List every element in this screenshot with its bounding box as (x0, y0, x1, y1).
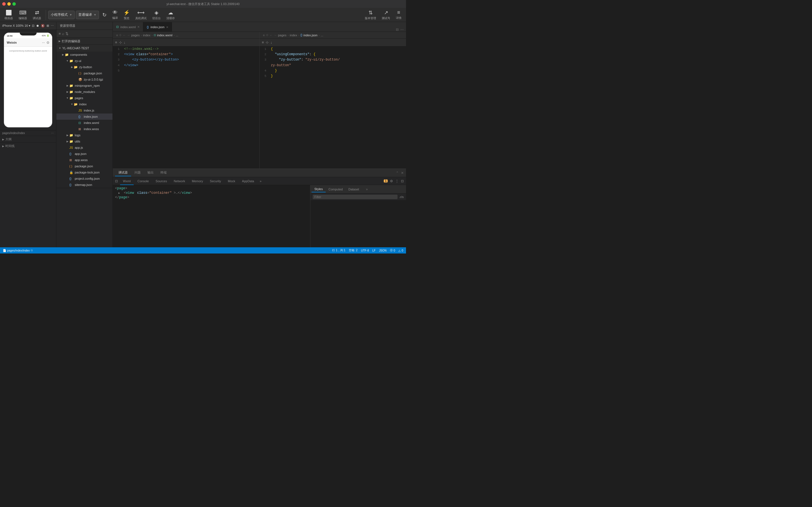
json-bc-index[interactable]: index (290, 34, 297, 37)
list-view-icon[interactable]: ≡ (59, 32, 61, 36)
debugger-tab[interactable]: 调试器 (115, 169, 131, 176)
inner-settings-icon[interactable]: ⚙ (390, 179, 393, 183)
issues-tab[interactable]: 问题 (131, 169, 144, 176)
debugger-button[interactable]: ⇄ 调试器 (31, 8, 43, 21)
detail-button[interactable]: ≡ 详情 (394, 8, 404, 21)
json-bc-toggle-icon[interactable]: ≡ (263, 34, 265, 37)
timeline-label[interactable]: 时间线 (5, 144, 15, 148)
clear-cache-button[interactable]: ☁ 清缓存 (164, 8, 177, 21)
simulator-record-icon[interactable]: ⏺ (36, 24, 39, 27)
inner-expand-icon[interactable]: ⊡ (401, 179, 404, 183)
tree-item-zy-ui[interactable]: ▼ 📁 zy-ui (56, 58, 112, 64)
inner-console-tab[interactable]: Console (135, 177, 152, 185)
version-button[interactable]: ⇅ 版本管理 (363, 8, 378, 21)
json-tab[interactable]: {} index.json ✕ (143, 22, 172, 32)
json-code-area[interactable]: 1 { 2 "usingComponents": { 3 "zy-button"… (260, 47, 406, 168)
status-line-ending[interactable]: LF (372, 249, 376, 252)
json-bc-forward-icon[interactable]: → (274, 34, 277, 37)
outline-toggle-icon[interactable]: ≡ (115, 40, 117, 45)
cut-after-button[interactable]: ◈ 切后台 (150, 8, 163, 21)
breadcrumb-back-icon[interactable]: ← (123, 34, 126, 37)
tree-item-pkg-zy-ui[interactable]: { } package.json (56, 70, 112, 76)
tree-item-index-wxss[interactable]: ⊠ index.wxss (56, 126, 112, 132)
wxml-tab-close[interactable]: ✕ (137, 25, 140, 29)
outline-arrow[interactable]: ▶ (2, 138, 4, 141)
refresh-button[interactable]: ↻ (100, 11, 109, 19)
inner-appdata-tab[interactable]: AppData (239, 177, 257, 185)
tree-item-tgz[interactable]: 📦 zy-ui-1.0.0.tgz (56, 76, 112, 82)
styles-more-tab[interactable]: » (363, 186, 371, 192)
preview-button[interactable]: ⚡ 预览 (121, 8, 132, 21)
wxml-bc-more[interactable]: ... (175, 34, 178, 37)
real-debug-button[interactable]: ⟷ 真机调试 (133, 8, 149, 21)
mode-dropdown[interactable]: 小程序模式 ▼ (48, 11, 75, 19)
maximize-button[interactable] (12, 2, 16, 6)
translate-button[interactable]: 👁 编译 (110, 8, 120, 21)
status-copy-icon[interactable]: ⧉ (31, 249, 33, 252)
test-button[interactable]: ↗ 测试号 (379, 8, 393, 21)
breadcrumb-bookmark-icon[interactable]: ⊹ (119, 33, 121, 37)
status-encoding[interactable]: UTF-8 (361, 249, 369, 252)
cls-label[interactable]: .cls (399, 195, 404, 199)
json-bc-more[interactable]: ... (320, 34, 323, 37)
filter-input[interactable] (313, 194, 398, 199)
more-options-icon[interactable]: ⋯ (51, 131, 54, 135)
tree-item-pkg-root[interactable]: { } package.json (56, 163, 112, 169)
tree-item-zy-button[interactable]: ▶ 📂 zy-button (56, 64, 112, 70)
goto-line-icon[interactable]: ⊹ (119, 40, 122, 45)
panel-expand-icon[interactable]: ⌃ (396, 171, 399, 175)
wxml-bc-pages[interactable]: pages (131, 34, 140, 37)
computed-tab[interactable]: Computed (326, 186, 346, 192)
inner-more-icon[interactable]: ⋮ (395, 179, 399, 183)
panel-close-icon[interactable]: ✕ (401, 171, 404, 175)
inner-network-tab[interactable]: Network (171, 177, 188, 185)
breadcrumb-toggle-icon[interactable]: ≡ (116, 34, 118, 37)
json-bc-pages[interactable]: pages (278, 34, 287, 37)
tree-item-components[interactable]: ▶ 📁 components (56, 52, 112, 58)
tree-item-index-wxml[interactable]: ⊡ index.wxml (56, 120, 112, 126)
wxml-bc-file[interactable]: index.wxml (157, 34, 172, 37)
wxml-line-view[interactable]: ▶ <view class="container" >…</view> (114, 191, 309, 195)
sort-icon[interactable]: ⇅ (65, 32, 68, 36)
outline-label[interactable]: 大纲 (5, 137, 11, 142)
tree-item-app-js[interactable]: JS app.js (56, 145, 112, 151)
timeline-arrow[interactable]: ▶ (2, 145, 4, 148)
split-editor-icon[interactable]: ⊟ (396, 27, 399, 32)
inner-wxml-tab[interactable]: Wxml (120, 177, 134, 185)
sort-down-icon[interactable]: ↓ (124, 40, 126, 45)
tree-item-node-modules[interactable]: ▶ 📁 node_modules (56, 89, 112, 95)
status-spaces[interactable]: 空格: 2 (349, 248, 357, 252)
inner-security-tab[interactable]: Security (207, 177, 224, 185)
simulator-toggle-icon[interactable]: ⊡ (32, 24, 35, 27)
status-warnings[interactable]: △ 0 (398, 249, 403, 252)
status-row-col[interactable]: 行 1，列 1 (332, 248, 345, 252)
inner-mock-tab[interactable]: Mock (225, 177, 238, 185)
wxml-code-area[interactable]: 1 <!--index.wxml--> 2 <view class="conta… (113, 47, 259, 168)
tree-item-logs[interactable]: ▶ 📁 logs (56, 132, 112, 138)
json-bc-file[interactable]: index.json (303, 34, 317, 37)
project-header[interactable]: ▼ YL-WECHAT-TEST (56, 45, 112, 52)
tree-item-app-json[interactable]: {} app.json (56, 151, 112, 157)
json-bookmark-icon[interactable]: ⊹ (266, 40, 269, 45)
status-path[interactable]: 📄 pages/index/index ⧉ (3, 249, 33, 252)
tree-item-pages[interactable]: ▼ 📁 pages (56, 95, 112, 101)
tree-item-index-json[interactable]: {} index.json (56, 114, 112, 120)
inner-more-tab[interactable]: » (258, 177, 263, 185)
minimize-button[interactable] (7, 2, 11, 6)
simulator-button[interactable]: ⬜ 模拟器 (2, 8, 15, 21)
breadcrumb-forward-icon[interactable]: → (127, 34, 130, 37)
tree-item-pkg-lock[interactable]: 🔒 package-lock.json (56, 169, 112, 175)
simulator-more-icon[interactable]: ⋯ (51, 24, 54, 27)
json-bc-back-icon[interactable]: ← (269, 34, 273, 37)
wxml-line-page[interactable]: <page> (114, 186, 309, 191)
compile-dropdown[interactable]: 普通编译 ▼ (76, 11, 99, 19)
tree-item-index-folder[interactable]: ▼ 📂 index (56, 101, 112, 107)
open-editors-header[interactable]: ▶ 打开的编辑器 (56, 38, 112, 45)
styles-tab[interactable]: Styles (312, 186, 326, 192)
tree-item-sitemap[interactable]: {} sitemap.json (56, 182, 112, 188)
tab-more-icon[interactable]: ⋯ (400, 27, 404, 32)
tree-item-utils[interactable]: ▶ 📁 utils (56, 138, 112, 145)
inner-sources-tab[interactable]: Sources (153, 177, 170, 185)
tree-item-project-config[interactable]: {} project.config.json (56, 175, 112, 182)
json-sort-icon[interactable]: ↓ (270, 40, 272, 45)
